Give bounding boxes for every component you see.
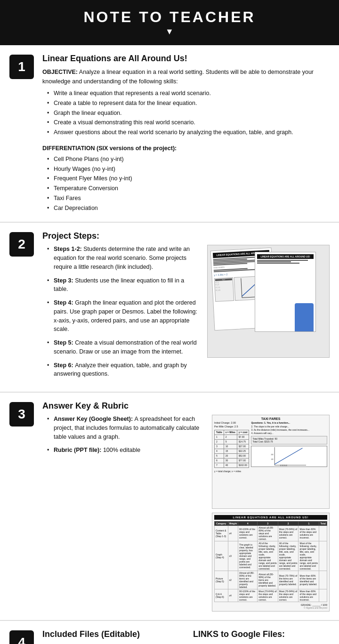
taxi-fares-preview: TAXI FARES Initial Charge: 2.00 Per Mile…	[212, 415, 330, 509]
skill-item: Create a visual demonstrating this real …	[47, 118, 330, 127]
section-1: 1 Linear Equations are All Around Us! OB…	[0, 45, 339, 223]
section-1-title: Linear Equations are All Around Us!	[42, 54, 330, 64]
diff-item: Taxi Fares	[47, 194, 330, 203]
svg-text:100: 100	[271, 459, 274, 460]
svg-text:200: 200	[271, 454, 274, 456]
section-2-inner: Steps 1-2: Students determine the rate a…	[42, 245, 330, 383]
diff-header: DIFFERENTIATION (SIX versions of the pro…	[42, 144, 330, 153]
objective-label: OBJECTIVE:	[42, 69, 78, 75]
project-preview: LINEAR EQUATIONS ARE ALL AROUND US! TAXI…	[207, 245, 330, 358]
diff-item: Temperature Conversion	[47, 184, 330, 193]
svg-text:10  20  30  40: 10 20 30 40	[280, 465, 288, 467]
skill-item: Write a linear equation that represents …	[47, 89, 330, 98]
diff-item: Frequent Flyer Miles (no y-int)	[47, 174, 330, 183]
section-2-image: LINEAR EQUATIONS ARE ALL AROUND US! TAXI…	[207, 245, 330, 383]
step-5: Step 6: Analyze their equation, table, a…	[42, 361, 200, 379]
section-4-inner: Included Files (Editable) 6 Student Proj…	[42, 629, 330, 644]
section-3: 3 Answer Key & Rubric Answer Key (Google…	[0, 393, 339, 621]
step-2: Step 3: Students use the linear equation…	[42, 276, 200, 294]
section-2-content: Project Steps: Steps 1-2: Students deter…	[42, 231, 330, 383]
skill-item: Create a table to represent data for the…	[47, 99, 330, 108]
section-3-images: TAXI FARES Initial Charge: 2.00 Per Mile…	[212, 415, 330, 612]
section-2-title: Project Steps:	[42, 231, 330, 241]
diff-item: Car Depreciation	[47, 204, 330, 213]
s3-bullet-0: Answer Key (Google Sheet): A spreadsheet…	[47, 415, 204, 441]
header-title: NOTE TO TEACHER	[5, 8, 334, 26]
section-4-left: Included Files (Editable) 6 Student Proj…	[42, 629, 179, 644]
section-3-title: Answer Key & Rubric	[42, 401, 330, 411]
objective-text: Analyze a linear equation in a real worl…	[42, 69, 314, 85]
taxi-mini-graph: 10 20 30 40 100 200	[251, 446, 327, 467]
step-4: Step 5: Create a visual demonstration of…	[42, 338, 200, 356]
skill-item: Answer questions about the real world sc…	[47, 128, 330, 137]
section-3-text: Answer Key (Google Sheet): A spreadsheet…	[42, 415, 204, 612]
s3-bullet-1: Rubric (PPT file): 100% editable	[47, 446, 204, 455]
section-4-content: Included Files (Editable) 6 Student Proj…	[42, 629, 330, 644]
section-1-content: Linear Equations are All Around Us! OBJE…	[42, 54, 330, 213]
skills-list: Write a linear equation that represents …	[42, 89, 330, 137]
diff-item: Cell Phone Plans (no y-int)	[47, 155, 330, 164]
section-3-content: Answer Key & Rubric Answer Key (Google S…	[42, 401, 330, 612]
diff-item: Hourly Wages (no y-int)	[47, 165, 330, 174]
section-4: 4 Included Files (Editable) 6 Student Pr…	[0, 621, 339, 644]
included-files-title: Included Files (Editable)	[42, 629, 179, 639]
objective-line: OBJECTIVE: Analyze a linear equation in …	[42, 67, 330, 86]
section-1-number: 1	[9, 55, 34, 79]
section-2: 2 Project Steps: Steps 1-2: Students det…	[0, 223, 339, 393]
blue-bear-icon	[295, 303, 314, 331]
rubric-preview: LINEAR EQUATIONS ARE ALL AROUND US! Cate…	[212, 513, 330, 612]
header-arrow-icon: ▼	[5, 27, 334, 37]
diff-list: Cell Phone Plans (no y-int)Hourly Wages …	[42, 155, 330, 213]
page-header: NOTE TO TEACHER ▼	[0, 0, 339, 45]
section-4-right: LINKS to Google Files: Cell Phone Plans …	[193, 629, 330, 644]
step-3: Step 4: Graph the linear equation and pl…	[42, 298, 200, 334]
section-2-steps: Steps 1-2: Students determine the rate a…	[42, 245, 200, 383]
svg-line-5	[275, 448, 303, 464]
section-3-inner: Answer Key (Google Sheet): A spreadsheet…	[42, 415, 330, 612]
skill-item: Graph the linear equation.	[47, 109, 330, 118]
section-4-number: 4	[9, 630, 34, 644]
section-3-number: 3	[9, 402, 34, 427]
doc-preview-2: LINEAR EQUATIONS ARE ALL AROUND US!	[255, 252, 316, 332]
svg-line-0	[241, 278, 242, 298]
step-1: Steps 1-2: Students determine the rate a…	[42, 245, 200, 271]
links-title: LINKS to Google Files:	[193, 629, 330, 639]
section-2-number: 2	[9, 232, 34, 257]
